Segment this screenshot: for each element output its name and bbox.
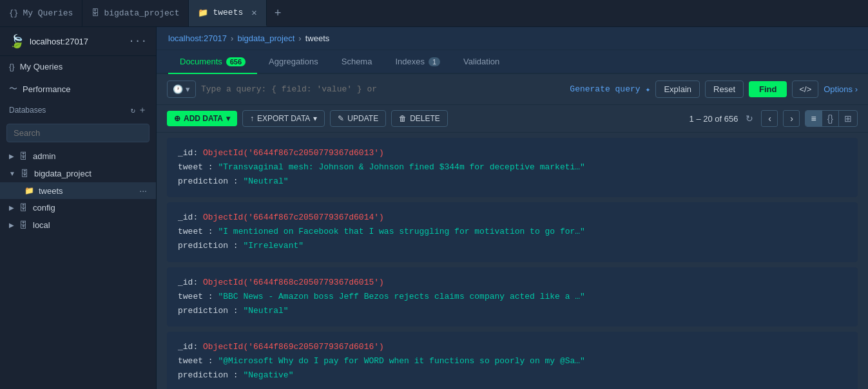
performance-icon: 〜 — [9, 83, 17, 95]
tab-indexes[interactable]: Indexes 1 — [383, 50, 452, 74]
table-row: _id: ObjectId('6644f868c2050779367d6015'… — [167, 267, 858, 327]
list-view-button[interactable]: ≡ — [805, 111, 822, 126]
add-database-button[interactable]: ＋ — [138, 104, 147, 116]
main-layout: 🍃 localhost:27017 ··· {} My Queries 〜 Pe… — [0, 27, 868, 389]
collection-more-button[interactable]: ··· — [139, 185, 147, 196]
pagination: 1 – 20 of 656 ↻ ‹ › — [690, 110, 800, 127]
tab-schema[interactable]: Schema — [330, 50, 384, 74]
db-item-bigdata-project[interactable]: ▼ 🗄 bigdata_project — [0, 165, 156, 182]
databases-header: Databases ↻ ＋ — [0, 100, 156, 119]
breadcrumb-host[interactable]: localhost:27017 — [168, 33, 227, 43]
db-item-local[interactable]: ▶ 🗄 local — [0, 216, 156, 234]
breadcrumb: localhost:27017 › bigdata_project › twee… — [157, 27, 868, 50]
db-icon-config: 🗄 — [19, 203, 28, 213]
doc-toolbar: ⊕ ADD DATA ▾ ↑ EXPORT DATA ▾ ✎ UPDATE 🗑 … — [157, 105, 868, 133]
options-button[interactable]: Options › — [824, 84, 858, 94]
clock-icon: 🕐 — [173, 84, 183, 94]
sidebar: 🍃 localhost:27017 ··· {} My Queries 〜 Pe… — [0, 27, 157, 389]
pagination-text: 1 – 20 of 656 — [690, 114, 738, 124]
explain-button[interactable]: Explain — [655, 81, 700, 98]
db-item-admin[interactable]: ▶ 🗄 admin — [0, 147, 156, 165]
sidebar-header: 🍃 localhost:27017 ··· — [0, 27, 156, 56]
tab-bar: {} My Queries 🗄 bigdata_project 📁 tweets… — [0, 0, 868, 27]
folder-icon: 📁 — [198, 8, 208, 18]
dropdown-arrow: ▾ — [186, 84, 190, 94]
expand-arrow-admin: ▶ — [9, 153, 14, 160]
sidebar-item-performance[interactable]: 〜 Performance — [0, 77, 156, 100]
tab-documents[interactable]: Documents 656 — [168, 50, 257, 74]
sidebar-item-my-queries[interactable]: {} My Queries — [0, 56, 156, 77]
doc-prediction-field: prediction : "Neutral" — [178, 175, 847, 189]
queries-icon: {} — [9, 9, 18, 18]
doc-prediction-field: prediction : "Neutral" — [178, 304, 847, 318]
doc-prediction-field: prediction : "Irrelevant" — [178, 239, 847, 253]
edit-icon: ✎ — [338, 114, 344, 123]
content-tabs: Documents 656 Aggregations Schema Indexe… — [157, 50, 868, 74]
doc-tweet-field: tweet : "@Microsoft Why do I pay for WOR… — [178, 354, 847, 368]
trash-icon: 🗑 — [399, 114, 407, 123]
query-input[interactable] — [201, 84, 564, 94]
queries-nav-icon: {} — [9, 62, 15, 71]
db-icon-admin: 🗄 — [19, 151, 28, 161]
json-view-button[interactable]: {} — [822, 111, 839, 126]
add-data-button[interactable]: ⊕ ADD DATA ▾ — [167, 111, 237, 126]
refresh-databases-button[interactable]: ↻ — [131, 106, 135, 115]
db-icon-bigdata: 🗄 — [21, 169, 29, 178]
breadcrumb-collection: tweets — [305, 33, 330, 43]
table-row: _id: ObjectId('6644f867c2050779367d6013'… — [167, 138, 858, 197]
generate-query-link[interactable]: Generate query — [570, 84, 640, 94]
add-data-arrow: ▾ — [226, 114, 230, 123]
table-view-button[interactable]: ⊞ — [839, 111, 857, 126]
db-item-config[interactable]: ▶ 🗄 config — [0, 199, 156, 216]
delete-button[interactable]: 🗑 DELETE — [391, 110, 448, 127]
doc-id-field: _id: ObjectId('6644f869c2050779367d6016'… — [178, 340, 847, 354]
export-data-button[interactable]: ↑ EXPORT DATA ▾ — [242, 110, 325, 127]
collection-folder-icon: 📁 — [24, 186, 34, 195]
doc-tweet-field: tweet : "BBC News - Amazon boss Jeff Bez… — [178, 290, 847, 304]
doc-prediction-field: prediction : "Negative" — [178, 368, 847, 383]
table-row: _id: ObjectId('6644f869c2050779367d6016'… — [167, 332, 858, 389]
table-row: _id: ObjectId('6644f867c2050779367d6014'… — [167, 202, 858, 261]
breadcrumb-sep2: › — [298, 33, 301, 43]
breadcrumb-sep1: › — [231, 33, 233, 43]
indexes-count-badge: 1 — [429, 57, 440, 66]
expand-arrow-bigdata: ▼ — [9, 170, 15, 177]
doc-tweet-field: tweet : "Transvaginal mesh: Johnson & Jo… — [178, 160, 847, 175]
expand-arrow-local: ▶ — [9, 222, 14, 229]
db-icon-tab: 🗄 — [92, 8, 99, 18]
sidebar-more-button[interactable]: ··· — [128, 35, 147, 47]
tab-bigdata-project[interactable]: 🗄 bigdata_project — [82, 0, 189, 26]
databases-label: Databases — [9, 106, 46, 115]
tab-my-queries[interactable]: {} My Queries — [0, 0, 82, 26]
documents-count-badge: 656 — [226, 57, 246, 66]
reset-button[interactable]: Reset — [705, 81, 744, 98]
plus-icon: ⊕ — [174, 114, 180, 123]
tab-add-button[interactable]: + — [267, 7, 289, 20]
query-history-button[interactable]: 🕐 ▾ — [167, 81, 196, 98]
doc-id-field: _id: ObjectId('6644f867c2050779367d6014'… — [178, 211, 847, 225]
update-button[interactable]: ✎ UPDATE — [330, 110, 386, 127]
breadcrumb-db[interactable]: bigdata_project — [237, 33, 294, 43]
view-toggle: ≡ {} ⊞ — [805, 110, 858, 127]
tab-aggregations[interactable]: Aggregations — [257, 50, 330, 74]
pagination-refresh-button[interactable]: ↻ — [746, 113, 753, 124]
doc-tweet-field: tweet : "I mentioned on Facebook that I … — [178, 225, 847, 239]
content-area: localhost:27017 › bigdata_project › twee… — [157, 27, 868, 389]
tab-validation[interactable]: Validation — [452, 50, 511, 74]
code-view-button[interactable]: </> — [792, 81, 818, 98]
find-button[interactable]: Find — [749, 81, 787, 97]
pagination-prev-button[interactable]: ‹ — [761, 110, 778, 127]
tab-close-button[interactable]: ✕ — [251, 7, 256, 18]
ai-sparkle-icon: ✦ — [646, 84, 651, 95]
documents-list: _id: ObjectId('6644f867c2050779367d6013'… — [157, 133, 868, 389]
export-arrow: ▾ — [313, 114, 317, 123]
doc-id-field: _id: ObjectId('6644f868c2050779367d6015'… — [178, 276, 847, 290]
doc-id-field: _id: ObjectId('6644f867c2050779367d6013'… — [178, 146, 847, 160]
tab-tweets[interactable]: 📁 tweets ✕ — [189, 0, 266, 26]
pagination-next-button[interactable]: › — [783, 110, 800, 127]
export-icon: ↑ — [250, 114, 254, 123]
sidebar-host-label: localhost:27017 — [30, 37, 88, 46]
expand-arrow-config: ▶ — [9, 204, 14, 211]
collection-item-tweets[interactable]: 📁 tweets ··· — [0, 182, 156, 199]
search-input[interactable] — [6, 124, 149, 142]
